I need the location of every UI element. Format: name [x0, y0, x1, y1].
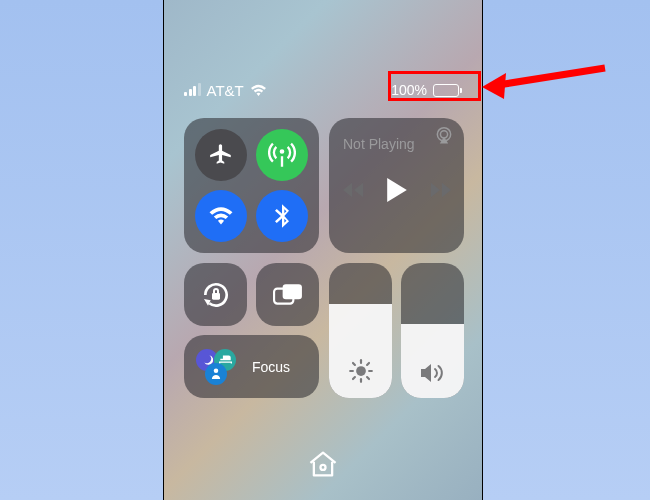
svg-line-14 [367, 363, 369, 365]
focus-button[interactable]: Focus [184, 335, 319, 398]
wifi-status-icon [250, 84, 267, 97]
orientation-lock-button[interactable] [184, 263, 247, 326]
airplay-icon[interactable] [434, 126, 454, 146]
cellular-data-button[interactable] [256, 129, 308, 181]
svg-marker-17 [482, 73, 506, 99]
carrier-label: AT&T [207, 82, 244, 99]
airplane-icon [208, 142, 234, 168]
screen-mirroring-button[interactable] [256, 263, 319, 326]
play-button[interactable] [387, 178, 407, 202]
airplane-mode-button[interactable] [195, 129, 247, 181]
rewind-button[interactable] [343, 182, 365, 198]
svg-rect-2 [212, 293, 220, 300]
battery-icon [433, 84, 462, 97]
bluetooth-icon [275, 204, 289, 228]
svg-line-11 [352, 363, 354, 365]
svg-point-6 [356, 366, 366, 376]
annotation-arrow [480, 58, 610, 106]
orientation-lock-icon [200, 279, 232, 311]
media-tile[interactable]: Not Playing [329, 118, 464, 253]
volume-slider[interactable] [401, 263, 464, 398]
home-button[interactable] [305, 446, 341, 482]
wifi-button[interactable] [195, 190, 247, 242]
forward-button[interactable] [429, 182, 451, 198]
focus-label: Focus [252, 359, 290, 375]
signal-bars-icon [184, 84, 201, 96]
svg-rect-4 [282, 284, 301, 299]
home-icon [307, 449, 339, 479]
control-center-screen: AT&T 100% [163, 0, 483, 500]
status-bar: AT&T 100% [184, 78, 462, 102]
sun-icon [348, 358, 374, 384]
speaker-icon [420, 362, 446, 384]
antenna-icon [268, 141, 296, 169]
battery-percent-label: 100% [391, 82, 427, 98]
svg-line-12 [367, 377, 369, 379]
connectivity-tile[interactable] [184, 118, 319, 253]
svg-line-16 [498, 68, 605, 85]
svg-point-15 [320, 465, 325, 470]
bluetooth-button[interactable] [256, 190, 308, 242]
person-icon [205, 363, 227, 385]
status-left: AT&T [184, 82, 267, 99]
svg-point-5 [214, 368, 219, 373]
status-right: 100% [391, 82, 462, 98]
wifi-icon [208, 206, 234, 226]
brightness-slider[interactable] [329, 263, 392, 398]
svg-line-13 [352, 377, 354, 379]
screen-mirroring-icon [273, 282, 303, 308]
focus-icons-stack [196, 349, 242, 385]
